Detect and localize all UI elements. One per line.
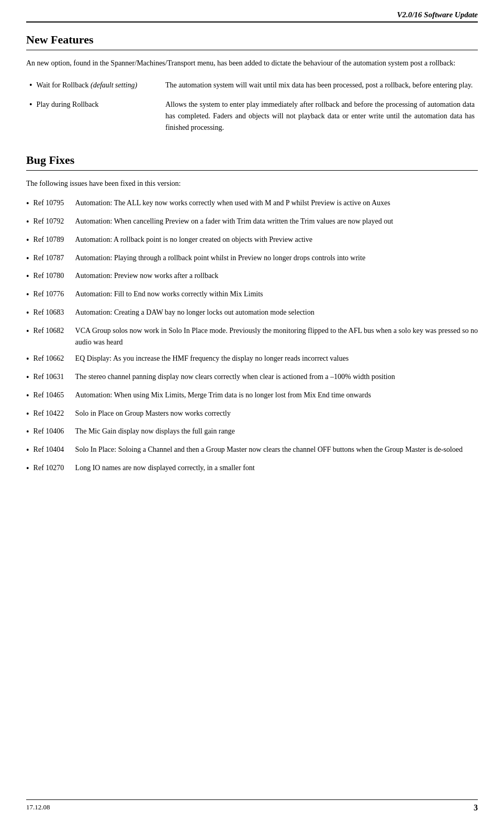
feature-label-italic-1: (default setting) (91, 81, 137, 89)
bug-item-10465: • Ref 10465 Automation: When using Mix L… (26, 390, 478, 403)
bug-ref-10631: Ref 10631 (33, 371, 75, 383)
bug-bullet-10662: • (26, 353, 29, 366)
bug-item-10662: • Ref 10662 EQ Display: As you increase … (26, 353, 478, 366)
header-title: V2.0/16 Software Update (397, 10, 478, 19)
bug-item-10404: • Ref 10404 Solo In Place: Soloing a Cha… (26, 444, 478, 457)
bug-desc-10465: Automation: When using Mix Limits, Merge… (75, 390, 478, 401)
bug-item-10789: • Ref 10789 Automation: A rollback point… (26, 234, 478, 247)
bug-fixes-intro: The following issues have been fixed in … (26, 178, 478, 190)
bug-bullet-10776: • (26, 288, 29, 302)
bug-item-10795: • Ref 10795 Automation: The ALL key now … (26, 197, 478, 210)
new-features-section: New Features An new option, found in the… (26, 33, 478, 139)
bug-item-10631: • Ref 10631 The stereo channel panning d… (26, 371, 478, 384)
bug-ref-10780: Ref 10780 (33, 270, 75, 282)
feature-desc-2: Allows the system to enter play immediat… (162, 97, 478, 138)
bug-desc-10270: Long IO names are now displayed correctl… (75, 462, 478, 474)
features-table: • Wait for Rollback (default setting) Th… (26, 77, 478, 139)
bug-fixes-divider (26, 170, 478, 171)
feature-label-text-2: Play during Rollback (37, 99, 99, 110)
bug-item-10683: • Ref 10683 Automation: Creating a DAW b… (26, 307, 478, 320)
bug-item-10787: • Ref 10787 Automation: Playing through … (26, 252, 478, 265)
bug-ref-10682: Ref 10682 (33, 325, 75, 337)
bug-ref-10789: Ref 10789 (33, 234, 75, 246)
bug-desc-10683: Automation: Creating a DAW bay no longer… (75, 307, 478, 318)
bug-bullet-10631: • (26, 371, 29, 384)
bug-item-10792: • Ref 10792 Automation: When cancelling … (26, 216, 478, 229)
bug-desc-10404: Solo In Place: Soloing a Channel and the… (75, 444, 478, 455)
bug-bullet-10795: • (26, 197, 29, 210)
bug-desc-10406: The Mic Gain display now displays the fu… (75, 426, 478, 437)
new-features-intro: An new option, found in the Spanner/Mach… (26, 58, 478, 69)
footer-page: 3 (474, 803, 478, 813)
bug-desc-10662: EQ Display: As you increase the HMF freq… (75, 353, 478, 364)
bug-bullet-10683: • (26, 307, 29, 320)
bug-bullet-10404: • (26, 444, 29, 457)
footer-date: 17.12.08 (26, 803, 50, 813)
bullet-dot-2: • (29, 99, 32, 110)
bug-ref-10792: Ref 10792 (33, 216, 75, 227)
bug-ref-10406: Ref 10406 (33, 426, 75, 437)
bug-desc-10682: VCA Group solos now work in Solo In Plac… (75, 325, 478, 348)
bug-ref-10465: Ref 10465 (33, 390, 75, 401)
bug-ref-10662: Ref 10662 (33, 353, 75, 364)
bug-list: • Ref 10795 Automation: The ALL key now … (26, 197, 478, 475)
footer-bar: 17.12.08 3 (26, 799, 478, 813)
feature-row-1: • Wait for Rollback (default setting) Th… (26, 77, 478, 97)
bug-bullet-10780: • (26, 270, 29, 283)
bug-bullet-10270: • (26, 462, 29, 475)
bug-desc-10631: The stereo channel panning display now c… (75, 371, 478, 383)
bug-item-10776: • Ref 10776 Automation: Fill to End now … (26, 288, 478, 302)
bug-item-10780: • Ref 10780 Automation: Preview now work… (26, 270, 478, 283)
bug-bullet-10792: • (26, 216, 29, 229)
feature-label-text-1: Wait for Rollback (default setting) (37, 80, 138, 91)
bug-ref-10787: Ref 10787 (33, 252, 75, 264)
bullet-dot-1: • (29, 80, 32, 91)
bug-item-10682: • Ref 10682 VCA Group solos now work in … (26, 325, 478, 348)
feature-label-2: • Play during Rollback (26, 97, 162, 138)
bug-bullet-10682: • (26, 325, 29, 338)
new-features-title: New Features (26, 33, 478, 47)
bug-bullet-10789: • (26, 234, 29, 247)
bug-bullet-10422: • (26, 408, 29, 421)
new-features-divider (26, 50, 478, 50)
bug-item-10270: • Ref 10270 Long IO names are now displa… (26, 462, 478, 475)
bug-desc-10792: Automation: When cancelling Preview on a… (75, 216, 478, 227)
bug-item-10406: • Ref 10406 The Mic Gain display now dis… (26, 426, 478, 439)
bug-desc-10789: Automation: A rollback point is no longe… (75, 234, 478, 246)
bug-item-10422: • Ref 10422 Solo in Place on Group Maste… (26, 408, 478, 421)
feature-desc-1: The automation system will wait until mi… (162, 77, 478, 97)
bug-bullet-10787: • (26, 252, 29, 265)
bug-bullet-10406: • (26, 426, 29, 439)
bug-desc-10776: Automation: Fill to End now works correc… (75, 288, 478, 300)
bug-ref-10795: Ref 10795 (33, 197, 75, 209)
bug-fixes-section: Bug Fixes The following issues have been… (26, 153, 478, 475)
bug-desc-10787: Automation: Playing through a rollback p… (75, 252, 478, 264)
bug-desc-10795: Automation: The ALL key now works correc… (75, 197, 478, 209)
bug-fixes-title: Bug Fixes (26, 153, 478, 167)
bug-ref-10683: Ref 10683 (33, 307, 75, 318)
bug-ref-10404: Ref 10404 (33, 444, 75, 455)
bug-desc-10780: Automation: Preview now works after a ro… (75, 270, 478, 282)
feature-row-2: • Play during Rollback Allows the system… (26, 97, 478, 138)
bug-bullet-10465: • (26, 390, 29, 403)
bug-ref-10422: Ref 10422 (33, 408, 75, 419)
bug-ref-10270: Ref 10270 (33, 462, 75, 474)
page-container: V2.0/16 Software Update New Features An … (0, 0, 504, 512)
feature-label-1: • Wait for Rollback (default setting) (26, 77, 162, 97)
header-bar: V2.0/16 Software Update (26, 10, 478, 23)
bug-desc-10422: Solo in Place on Group Masters now works… (75, 408, 478, 419)
bug-ref-10776: Ref 10776 (33, 288, 75, 300)
